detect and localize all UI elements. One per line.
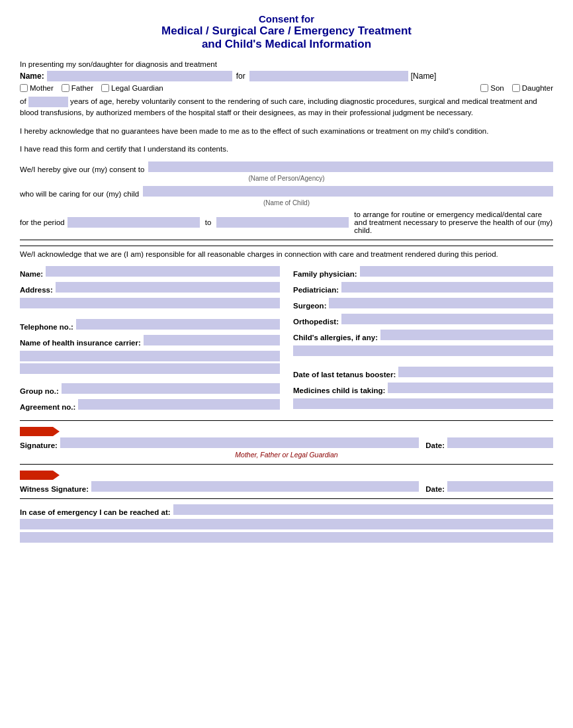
address-field1[interactable] (56, 282, 280, 293)
allergies-extra-fields (293, 345, 553, 356)
group-no-label: Group no.: (20, 387, 59, 395)
right-column: Family physician: Pediatrician: Surgeon:… (293, 266, 553, 415)
bottom-field2[interactable] (20, 532, 553, 543)
insurance-field3[interactable] (20, 363, 280, 374)
surgeon-label: Surgeon: (293, 302, 326, 310)
title-line1: Consent for (20, 13, 553, 24)
medicines-block: Medicines child is taking: (293, 383, 553, 409)
medicines-field1[interactable] (388, 383, 553, 393)
insurance-field2[interactable] (20, 351, 280, 361)
name-row: Name: for [Name] (20, 71, 553, 81)
orthopedist-field[interactable] (341, 314, 553, 324)
signature-label: Signature: (20, 441, 58, 449)
divider1 (20, 240, 553, 240)
insurance-extra-fields (20, 351, 280, 374)
consent-to-field[interactable] (148, 161, 553, 172)
daughter-checkbox-item[interactable]: Daughter (512, 84, 553, 92)
child-type-group: Son Daughter (480, 84, 553, 92)
telephone-form-row: Telephone no.: (20, 319, 280, 331)
insurance-form-row: Name of health insurance carrier: (20, 335, 280, 347)
allergies-block: Child's allergies, if any: (293, 330, 553, 356)
allergies-label: Child's allergies, if any: (293, 334, 378, 341)
family-physician-field[interactable] (360, 266, 553, 277)
person-name-field[interactable] (46, 266, 280, 277)
paragraph2: I hereby acknowledge that no guarantees … (20, 126, 553, 137)
allergies-field2[interactable] (293, 345, 553, 356)
son-checkbox-item[interactable]: Son (480, 84, 504, 92)
name-field[interactable] (47, 71, 232, 81)
telephone-field[interactable] (76, 319, 280, 330)
period-label: for the period (20, 218, 65, 226)
divider2 (20, 420, 553, 421)
daughter-label: Daughter (522, 84, 553, 92)
pediatrician-field[interactable] (341, 282, 553, 293)
name-label: Name: (20, 71, 44, 81)
name-end-label: [Name] (411, 71, 437, 81)
mother-checkbox[interactable] (20, 84, 28, 92)
emergency-label: In case of emergency I can be reached at… (20, 508, 171, 516)
medicines-extra-fields (293, 398, 553, 409)
consent-line: We/I hereby give our (my) consent to (20, 161, 553, 173)
address-extra-fields (20, 298, 280, 308)
checkbox-row: Mother Father Legal Guardian Son Daughte… (20, 84, 553, 92)
witness-row: Witness Signature: Date: (20, 481, 553, 493)
bottom-fields (20, 519, 553, 543)
pediatrician-label: Pediatrician: (293, 286, 339, 294)
signature-row: Signature: Date: (20, 437, 553, 449)
child-name-field[interactable] (249, 71, 408, 81)
family-physician-label: Family physician: (293, 270, 357, 278)
surgeon-form-row: Surgeon: (293, 298, 553, 310)
address-form-row: Address: (20, 282, 280, 294)
caring-line: who will be caring for our (my) child (20, 186, 553, 198)
paragraph3: I have read this form and certify that I… (20, 144, 553, 155)
father-checkbox-item[interactable]: Father (62, 84, 93, 92)
son-checkbox[interactable] (480, 84, 488, 92)
name-field-label: Name: (20, 270, 43, 278)
date-field[interactable] (447, 437, 553, 448)
signature-field[interactable] (60, 437, 419, 448)
divider4 (20, 498, 553, 499)
allergies-field1[interactable] (380, 330, 553, 340)
name-of-child-label: (Name of Child) (20, 199, 553, 206)
address-block: Address: (20, 282, 280, 308)
father-checkbox[interactable] (62, 84, 69, 92)
legal-guardian-checkbox[interactable] (101, 84, 109, 92)
tetanus-form-row: Date of last tetanus booster: (293, 367, 553, 379)
mother-label: Mother (30, 84, 54, 92)
witness-date-field[interactable] (447, 481, 553, 492)
mother-checkbox-item[interactable]: Mother (20, 84, 54, 92)
daughter-checkbox[interactable] (512, 84, 520, 92)
signature-arrow-row (20, 426, 553, 436)
intro-text: In presenting my son/daughter for diagno… (20, 60, 553, 68)
age-field[interactable] (28, 97, 68, 107)
pediatrician-form-row: Pediatrician: (293, 282, 553, 294)
bottom-field1[interactable] (20, 519, 553, 529)
orthopedist-form-row: Orthopedist: (293, 314, 553, 326)
witness-sig-field[interactable] (91, 481, 419, 492)
group-no-field[interactable] (62, 383, 280, 394)
agreement-no-field[interactable] (78, 399, 280, 410)
surgeon-field[interactable] (329, 298, 553, 308)
legal-guardian-label: Legal Guardian (111, 84, 163, 92)
witness-label: Witness Signature: (20, 485, 89, 493)
emergency-field[interactable] (173, 504, 553, 515)
insurance-field1[interactable] (144, 335, 280, 345)
consent-label: We/I hereby give our (my) consent to (20, 165, 144, 173)
tetanus-label: Date of last tetanus booster: (293, 371, 396, 379)
parent-type-group: Mother Father Legal Guardian (20, 84, 163, 92)
address-field2[interactable] (20, 298, 280, 308)
medicines-field2[interactable] (293, 398, 553, 409)
tetanus-field[interactable] (398, 367, 553, 377)
period-to-field[interactable] (216, 217, 349, 228)
caring-label: who will be caring for our (my) child (20, 190, 139, 198)
insurance-block: Name of health insurance carrier: (20, 335, 280, 374)
for-label: for (236, 71, 245, 81)
witness-date-label: Date: (425, 485, 445, 493)
date-label: Date: (425, 441, 445, 449)
agreement-no-form-row: Agreement no.: (20, 399, 280, 411)
legal-guardian-checkbox-item[interactable]: Legal Guardian (101, 84, 163, 92)
to-label: to (205, 218, 212, 226)
caring-child-field[interactable] (143, 186, 553, 197)
period-from-field[interactable] (67, 217, 200, 228)
family-physician-form-row: Family physician: (293, 266, 553, 278)
